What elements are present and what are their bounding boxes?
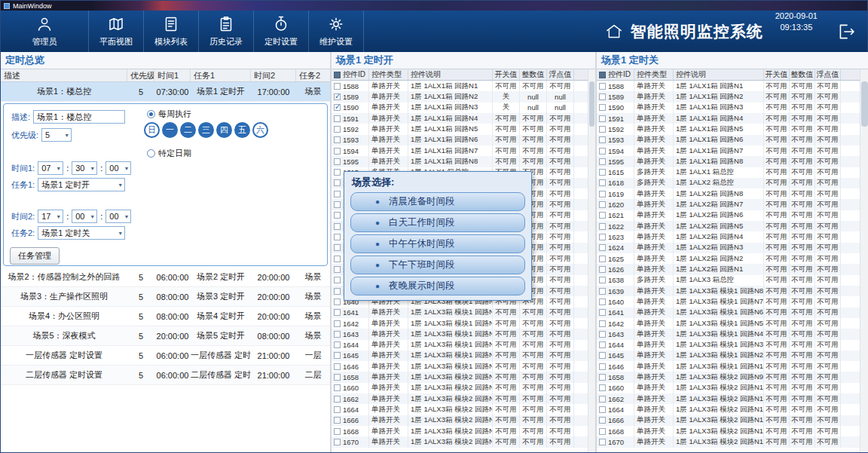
control-row[interactable]: 1662 单路开关 1层 1ALX3箱 模块2 回路N11 不可用 不可用 不可… bbox=[332, 393, 588, 404]
toolbar-button-plan-view[interactable]: 平面视图 bbox=[89, 11, 144, 52]
control-row[interactable]: 1588 单路开关 1层 1ALX1箱 回路N1 不可用 不可用 不可用 bbox=[597, 81, 860, 91]
weekday-circle[interactable]: 六 bbox=[252, 122, 268, 138]
row-checkbox[interactable] bbox=[599, 256, 606, 262]
control-row[interactable]: 1594 单路开关 1层 1ALX1箱 回路N7 不可用 不可用 不可用 bbox=[332, 145, 588, 156]
row-checkbox[interactable] bbox=[599, 396, 606, 402]
weekly-radio[interactable] bbox=[147, 110, 155, 118]
control-row[interactable]: 1590 单路开关 1层 1ALX1箱 回路N3 不可用 不可用 不可用 bbox=[597, 103, 860, 113]
desc-input[interactable]: 场景1：楼总控 bbox=[33, 110, 125, 124]
row-checkbox[interactable] bbox=[334, 93, 341, 100]
row-checkbox[interactable] bbox=[599, 201, 606, 208]
row-checkbox[interactable] bbox=[334, 277, 341, 283]
control-row[interactable]: 1618 多路开关 1层 1ALX2 箱总控 不可用 不可用 不可用 bbox=[597, 178, 860, 188]
weekday-circle[interactable]: 五 bbox=[234, 122, 250, 138]
row-checkbox[interactable] bbox=[599, 93, 606, 100]
control-row[interactable]: 1595 单路开关 1层 1ALX1箱 回路N8 不可用 不可用 不可用 bbox=[332, 156, 588, 167]
row-checkbox[interactable] bbox=[334, 374, 341, 381]
control-row[interactable]: 1593 单路开关 1层 1ALX1箱 回路N6 不可用 不可用 不可用 bbox=[332, 135, 588, 145]
time2-second-select[interactable]: 00▼ bbox=[105, 210, 131, 223]
row-checkbox[interactable] bbox=[599, 417, 606, 424]
row-checkbox[interactable] bbox=[599, 158, 606, 165]
timer-row[interactable]: 场景2：传感器控制之外的回路 5 06:00:00 场景2 定时开 20:00:… bbox=[1, 268, 330, 287]
row-checkbox[interactable] bbox=[599, 384, 606, 391]
row-checkbox[interactable] bbox=[334, 309, 341, 316]
row-checkbox[interactable] bbox=[334, 83, 341, 90]
control-row[interactable]: 1642 单路开关 1层 1ALX3箱 模块1 回路N5 不可用 不可用 不可用 bbox=[597, 318, 860, 329]
row-checkbox[interactable] bbox=[599, 439, 606, 445]
timer-row[interactable]: 场景5：深夜模式 5 20:00:00 场景5 定时开 08:00:00 场景 bbox=[1, 326, 330, 346]
row-checkbox[interactable] bbox=[334, 396, 341, 402]
row-checkbox[interactable] bbox=[599, 298, 606, 305]
control-row[interactable]: 1641 单路开关 1层 1ALX3箱 模块1 回路N6 不可用 不可用 不可用 bbox=[597, 308, 860, 318]
scene-option-button[interactable]: ● 中午午休时间段 bbox=[350, 234, 525, 253]
row-checkbox[interactable] bbox=[334, 136, 341, 143]
weekday-circle[interactable]: 一 bbox=[162, 122, 178, 138]
row-checkbox[interactable] bbox=[599, 428, 606, 435]
control-row[interactable]: 1589 单路开关 1层 1ALX1箱 回路N2 关 null null bbox=[332, 91, 588, 102]
row-checkbox[interactable] bbox=[599, 341, 606, 348]
row-checkbox[interactable] bbox=[599, 374, 606, 381]
row-checkbox[interactable] bbox=[599, 212, 606, 219]
control-row[interactable]: 1662 单路开关 1层 1ALX3箱 模块2 回路N11 不可用 不可用 不可… bbox=[597, 393, 860, 404]
row-checkbox[interactable] bbox=[334, 384, 341, 391]
scene-option-button[interactable]: ● 夜晚展示时间段 bbox=[350, 277, 525, 295]
row-checkbox[interactable] bbox=[334, 179, 341, 186]
row-checkbox[interactable] bbox=[334, 363, 341, 370]
control-row[interactable]: 1642 单路开关 1层 1ALX3箱 模块1 回路N5 不可用 不可用 不可用 bbox=[332, 318, 588, 329]
row-checkbox[interactable] bbox=[334, 320, 341, 327]
scene-option-button[interactable]: ● 清晨准备时间段 bbox=[350, 192, 525, 211]
logout-button[interactable] bbox=[825, 11, 867, 52]
control-row[interactable]: 1668 单路开关 1层 1ALX3箱 模块2 回路N14 不可用 不可用 不可… bbox=[597, 426, 860, 436]
control-row[interactable]: 1591 单路开关 1层 1ALX1箱 回路N4 不可用 不可用 不可用 bbox=[332, 113, 588, 124]
specific-date-radio[interactable] bbox=[147, 149, 155, 158]
control-row[interactable]: 1643 单路开关 1层 1ALX3箱 模块1 回路N4 不可用 不可用 不可用 bbox=[597, 329, 860, 339]
select-all-checkbox[interactable] bbox=[599, 72, 606, 78]
control-row[interactable]: 1588 单路开关 1层 1ALX1箱 回路N1 不可用 不可用 不可用 bbox=[332, 81, 588, 91]
task2-select[interactable]: 场景1 定时关▼ bbox=[38, 226, 125, 240]
row-checkbox[interactable] bbox=[599, 179, 606, 186]
control-row[interactable]: 1622 单路开关 1层 1ALX2箱 回路N5 不可用 不可用 不可用 bbox=[597, 221, 860, 231]
control-row[interactable]: 1658 单路开关 1层 1ALX3箱 模块2 回路N9 不可用 不可用 不可用 bbox=[332, 372, 588, 382]
control-row[interactable]: 1638 多路开关 1层 1ALX3 箱总控 不可用 不可用 不可用 bbox=[597, 275, 860, 286]
control-row[interactable]: 1646 单路开关 1层 1ALX3箱 模块1 回路N1 不可用 不可用 不可用 bbox=[597, 361, 860, 372]
time1-second-select[interactable]: 00▼ bbox=[105, 161, 131, 175]
priority-select[interactable]: 5▼ bbox=[41, 128, 72, 142]
control-row[interactable]: 1591 单路开关 1层 1ALX1箱 回路N4 不可用 不可用 不可用 bbox=[597, 113, 860, 124]
weekday-circle[interactable]: 四 bbox=[216, 122, 232, 138]
control-row[interactable]: 1594 单路开关 1层 1ALX1箱 回路N7 不可用 不可用 不可用 bbox=[597, 145, 860, 156]
control-row[interactable]: 1646 单路开关 1层 1ALX3箱 模块1 回路N1 不可用 不可用 不可用 bbox=[332, 361, 588, 372]
row-checkbox[interactable] bbox=[334, 341, 341, 348]
timer-row[interactable]: 场景4：办公区照明 5 08:00:00 场景4 定时开 20:00:00 场景 bbox=[1, 307, 330, 326]
row-checkbox[interactable] bbox=[599, 244, 606, 251]
control-row[interactable]: 1643 单路开关 1层 1ALX3箱 模块1 回路N4 不可用 不可用 不可用 bbox=[332, 329, 588, 339]
toolbar-button-maintenance[interactable]: 维护设置 bbox=[309, 11, 364, 52]
row-checkbox[interactable] bbox=[334, 352, 341, 359]
scene-option-button[interactable]: ● 白天工作时间段 bbox=[350, 213, 525, 232]
control-row[interactable]: 1626 单路开关 1层 1ALX2箱 回路N1 不可用 不可用 不可用 bbox=[597, 264, 860, 274]
row-checkbox[interactable] bbox=[599, 406, 606, 413]
row-checkbox[interactable] bbox=[334, 298, 341, 305]
row-checkbox[interactable] bbox=[599, 223, 606, 230]
row-checkbox[interactable] bbox=[334, 417, 341, 424]
timer-row-selected[interactable]: 场景1：楼总控 5 07:30:00 场景1 定时开 17:00:00 场景 bbox=[1, 82, 330, 102]
control-row[interactable]: 1670 单路开关 1层 1ALX3箱 模块2 回路N15 不可用 不可用 不可… bbox=[597, 436, 860, 447]
control-row[interactable]: 1620 单路开关 1层 1ALX2箱 回路N7 不可用 不可用 不可用 bbox=[597, 199, 860, 210]
control-row[interactable]: 1639 单路开关 1层 1ALX3箱 模块1 回路N8 不可用 不可用 不可用 bbox=[597, 286, 860, 296]
row-checkbox[interactable] bbox=[334, 201, 341, 208]
row-checkbox[interactable] bbox=[334, 288, 341, 295]
row-checkbox[interactable] bbox=[599, 352, 606, 359]
control-row[interactable]: 1590 单路开关 1层 1ALX1箱 回路N3 关 null null bbox=[332, 103, 588, 113]
control-row[interactable]: 1592 单路开关 1层 1ALX1箱 回路N5 不可用 不可用 不可用 bbox=[332, 124, 588, 134]
toolbar-button-history[interactable]: 历史记录 bbox=[199, 11, 254, 52]
row-checkbox[interactable] bbox=[599, 148, 606, 155]
scrollbar-thumb[interactable] bbox=[861, 81, 868, 127]
row-checkbox[interactable] bbox=[334, 148, 341, 155]
row-checkbox[interactable] bbox=[334, 104, 341, 111]
row-checkbox[interactable] bbox=[334, 191, 341, 197]
control-row[interactable]: 1623 单路开关 1层 1ALX2箱 回路N4 不可用 不可用 不可用 bbox=[597, 231, 860, 242]
control-row[interactable]: 1640 单路开关 1层 1ALX3箱 模块1 回路N7 不可用 不可用 不可用 bbox=[597, 296, 860, 307]
toolbar-button-admin[interactable]: 管理员 bbox=[1, 11, 89, 52]
weekday-circle[interactable]: 三 bbox=[198, 122, 214, 138]
row-checkbox[interactable] bbox=[599, 288, 606, 295]
weekday-circle[interactable]: 二 bbox=[180, 122, 196, 138]
